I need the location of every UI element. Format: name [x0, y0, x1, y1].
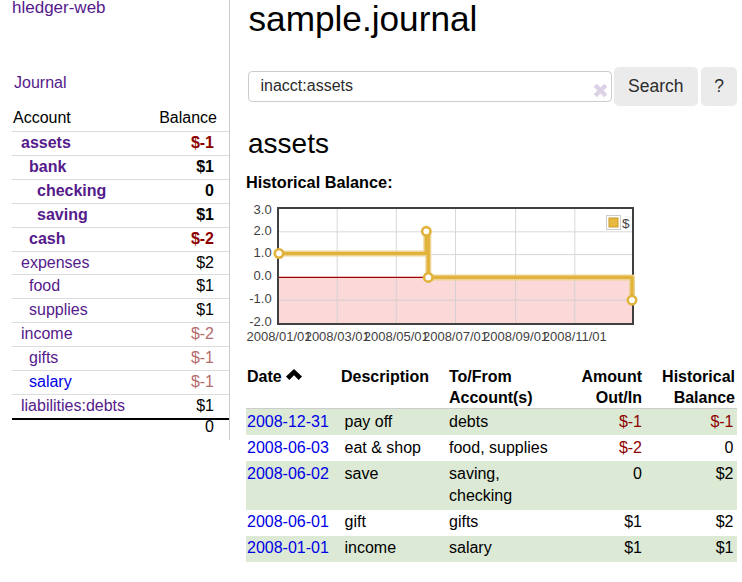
svg-text:0.0: 0.0	[254, 268, 272, 283]
svg-text:2008/05/01: 2008/05/01	[364, 329, 429, 344]
svg-text:2.0: 2.0	[254, 223, 272, 238]
svg-text:3.0: 3.0	[254, 202, 272, 217]
svg-text:1.0: 1.0	[254, 245, 272, 260]
svg-text:-1.0: -1.0	[249, 291, 271, 306]
svg-text:2008/11/01: 2008/11/01	[543, 329, 607, 344]
svg-text:2008/01/01: 2008/01/01	[246, 329, 311, 344]
svg-text:-2.0: -2.0	[249, 314, 271, 329]
svg-text:2008/09/01: 2008/09/01	[483, 329, 548, 344]
svg-text:2008/03/01: 2008/03/01	[305, 329, 370, 344]
svg-text:2008/07/01: 2008/07/01	[423, 329, 488, 344]
svg-text:$: $	[622, 216, 630, 231]
